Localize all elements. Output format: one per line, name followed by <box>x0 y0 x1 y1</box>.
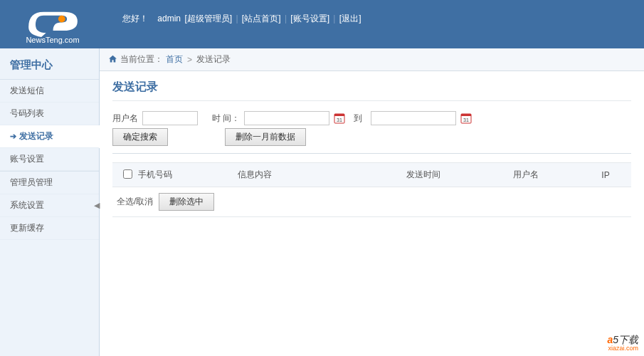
table-header: 手机号码 信息内容 发送时间 用户名 IP <box>112 162 631 187</box>
breadcrumb-home[interactable]: 首页 <box>166 53 183 66</box>
search-button[interactable]: 确定搜索 <box>112 128 168 146</box>
col-phone: 手机号码 <box>138 169 238 181</box>
sidebar-item-system-settings[interactable]: 系统设置 <box>0 194 99 217</box>
to-label: 到 <box>354 112 362 125</box>
date-to-input[interactable] <box>371 111 456 125</box>
filter-row: 用户名 时 间： 31 到 31 <box>112 111 631 125</box>
site-home-link[interactable]: [站点首页] <box>242 14 281 23</box>
sidebar-item-number-list[interactable]: 号码列表 <box>0 103 99 125</box>
table-action-row: 全选/取消 删除选中 <box>112 187 631 217</box>
sidebar: 管理中心 发送短信 号码列表 发送记录 账号设置 管理员管理 系统设置 更新缓存… <box>0 48 100 356</box>
sidebar-item-send-records[interactable]: 发送记录 <box>0 125 100 148</box>
role-link[interactable]: [超级管理员] <box>184 14 232 23</box>
svg-rect-2 <box>334 114 344 116</box>
records-table: 手机号码 信息内容 发送时间 用户名 IP 全选/取消 删除选中 <box>112 162 631 217</box>
sidebar-item-account-settings[interactable]: 账号设置 <box>0 148 99 171</box>
svg-text:31: 31 <box>337 117 342 122</box>
watermark-text: 下载 <box>618 334 638 345</box>
logo-icon <box>23 5 83 37</box>
delete-month-button[interactable]: 删除一月前数据 <box>225 128 306 146</box>
col-time: 发送时间 <box>406 169 513 181</box>
greeting-text: 您好！ <box>122 14 148 23</box>
main-area: 当前位置： 首页 > 发送记录 发送记录 用户名 时 间： 31 到 31 <box>100 48 644 356</box>
user-label: 用户名 <box>112 112 138 125</box>
calendar-icon[interactable]: 31 <box>334 112 345 124</box>
logo-area: NewsTeng.com <box>0 0 100 48</box>
separator: | <box>236 14 238 23</box>
breadcrumb: 当前位置： 首页 > 发送记录 <box>100 48 644 71</box>
breadcrumb-label: 当前位置： <box>120 53 163 66</box>
page-title: 发送记录 <box>112 80 631 101</box>
select-all-toggle[interactable]: 全选/取消 <box>117 196 153 208</box>
sidebar-item-send-sms[interactable]: 发送短信 <box>0 80 99 103</box>
account-settings-link[interactable]: [账号设置] <box>290 14 329 23</box>
logout-link[interactable]: [退出] <box>339 14 361 23</box>
select-all-checkbox[interactable] <box>123 169 132 179</box>
svg-text:31: 31 <box>463 117 469 122</box>
sidebar-item-refresh-cache[interactable]: 更新缓存 <box>0 217 99 240</box>
calendar-icon[interactable]: 31 <box>460 112 472 124</box>
col-user: 用户名 <box>513 169 584 181</box>
svg-point-0 <box>58 15 65 22</box>
watermark-sub: xiazai.com <box>607 345 638 352</box>
date-from-input[interactable] <box>244 111 329 125</box>
watermark: a5下载 xiazai.com <box>607 334 638 352</box>
time-label: 时 间： <box>212 112 240 125</box>
header-nav: 您好！ admin [超级管理员] | [站点首页] | [账号设置] | [退… <box>100 0 644 25</box>
sidebar-item-admin-manage[interactable]: 管理员管理 <box>0 171 99 194</box>
logo-text: NewsTeng.com <box>26 36 79 44</box>
col-content: 信息内容 <box>238 169 406 181</box>
col-ip: IP <box>584 170 627 180</box>
user-input[interactable] <box>142 111 198 125</box>
breadcrumb-current: 发送记录 <box>196 53 231 66</box>
collapse-handle-icon[interactable]: ◀ <box>94 198 100 212</box>
sidebar-title: 管理中心 <box>0 54 99 80</box>
svg-rect-5 <box>461 114 471 116</box>
user-name: admin <box>157 14 181 23</box>
header-bar: NewsTeng.com 您好！ admin [超级管理员] | [站点首页] … <box>0 0 644 48</box>
chevron-right-icon: > <box>187 55 192 65</box>
button-row: 确定搜索 删除一月前数据 <box>112 128 631 154</box>
home-icon <box>108 54 117 66</box>
separator: | <box>333 14 335 23</box>
separator: | <box>285 14 287 23</box>
delete-selected-button[interactable]: 删除选中 <box>159 193 214 211</box>
